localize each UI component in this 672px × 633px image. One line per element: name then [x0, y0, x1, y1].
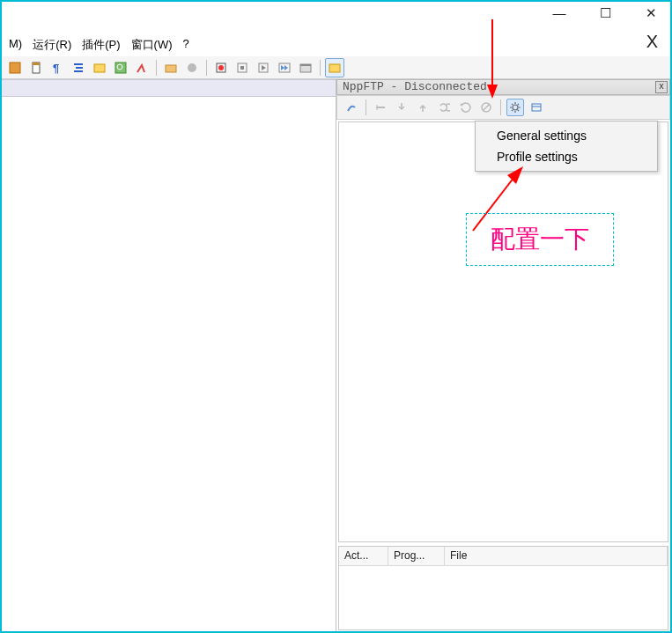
toolbar-separator [156, 60, 157, 76]
svg-rect-22 [300, 64, 311, 66]
jump-icon[interactable] [132, 58, 151, 77]
svg-marker-17 [262, 65, 266, 70]
svg-marker-20 [284, 65, 288, 70]
nppftp-status-header: Act... Prog... File [339, 547, 668, 566]
nppftp-tree-view[interactable] [338, 121, 668, 542]
nppftp-status-area: Act... Prog... File [338, 546, 668, 630]
show-panel-icon[interactable] [325, 58, 344, 77]
nppftp-titlebar: NppFTP - Disconnected x [336, 79, 670, 95]
annotation-label: 配置一下 [466, 213, 614, 266]
record-stop-icon[interactable] [182, 58, 202, 77]
svg-marker-24 [460, 103, 462, 107]
editor-area[interactable] [2, 79, 336, 632]
cut-icon[interactable] [5, 58, 25, 77]
svg-rect-23 [329, 64, 340, 72]
nppftp-toolbar [336, 95, 670, 120]
toolbar-separator [206, 60, 207, 76]
upload-icon [414, 99, 432, 116]
minimize-button[interactable]: — [549, 5, 570, 21]
maximize-button[interactable]: ☐ [594, 5, 616, 21]
menu-window[interactable]: 窗口(W) [131, 37, 173, 53]
toolbar-separator [500, 99, 501, 115]
refresh-all-icon [435, 99, 453, 116]
paste-icon[interactable] [26, 58, 46, 77]
svg-point-11 [188, 63, 196, 72]
abort-icon [477, 99, 495, 116]
refresh-icon [456, 99, 474, 116]
svg-line-33 [518, 104, 519, 105]
svg-line-26 [483, 104, 490, 111]
svg-rect-15 [240, 66, 244, 70]
toolbar-separator [320, 60, 321, 76]
status-col-progress[interactable]: Prog... [388, 547, 445, 565]
menu-item-general-settings[interactable]: General settings [477, 125, 655, 146]
find-in-files-icon[interactable] [111, 58, 130, 77]
menu-help[interactable]: ? [183, 37, 189, 53]
settings-dropdown-menu: General settings Profile settings [475, 121, 658, 172]
main-toolbar: ¶ [2, 56, 670, 79]
nppftp-title-text: NppFTP - Disconnected [343, 80, 487, 93]
disconnect-icon [372, 99, 389, 116]
messages-icon[interactable] [528, 99, 545, 116]
svg-line-32 [512, 104, 513, 105]
indent-icon[interactable] [69, 58, 88, 77]
secondary-close-button[interactable]: X [646, 32, 658, 52]
download-icon [393, 99, 410, 116]
menu-plugins[interactable]: 插件(P) [82, 37, 120, 53]
svg-marker-19 [281, 65, 284, 70]
svg-rect-10 [166, 65, 176, 72]
settings-gear-icon[interactable] [506, 99, 524, 116]
menubar: M) 运行(R) 插件(P) 窗口(W) ? [2, 37, 196, 53]
paragraph-icon[interactable]: ¶ [48, 58, 67, 77]
toolbar-separator [366, 99, 366, 115]
svg-point-13 [218, 65, 224, 70]
connect-icon[interactable] [343, 99, 360, 116]
macro-ff-icon[interactable] [275, 58, 294, 77]
svg-rect-36 [532, 104, 541, 111]
new-window-icon[interactable] [296, 58, 315, 77]
status-col-file[interactable]: File [445, 547, 668, 565]
menu-item-profile-settings[interactable]: Profile settings [477, 146, 655, 167]
status-col-action[interactable]: Act... [339, 547, 388, 565]
svg-text:¶: ¶ [53, 62, 59, 74]
svg-line-34 [512, 110, 513, 111]
svg-line-35 [518, 110, 519, 111]
svg-rect-7 [94, 64, 105, 72]
nppftp-close-button[interactable]: x [655, 81, 668, 93]
editor-active-line [2, 79, 336, 97]
svg-point-27 [513, 105, 518, 110]
open-folder-icon[interactable] [161, 58, 181, 77]
close-button[interactable]: ✕ [640, 5, 661, 21]
svg-rect-0 [10, 63, 20, 73]
macro-record-icon[interactable] [211, 58, 231, 77]
macro-folder-icon[interactable] [90, 58, 109, 77]
macro-play-icon[interactable] [254, 58, 273, 77]
window-controls: — ☐ ✕ [549, 5, 661, 21]
svg-rect-2 [33, 63, 40, 65]
menu-m[interactable]: M) [9, 37, 22, 53]
menu-run[interactable]: 运行(R) [33, 37, 71, 53]
macro-stop-icon[interactable] [233, 58, 252, 77]
